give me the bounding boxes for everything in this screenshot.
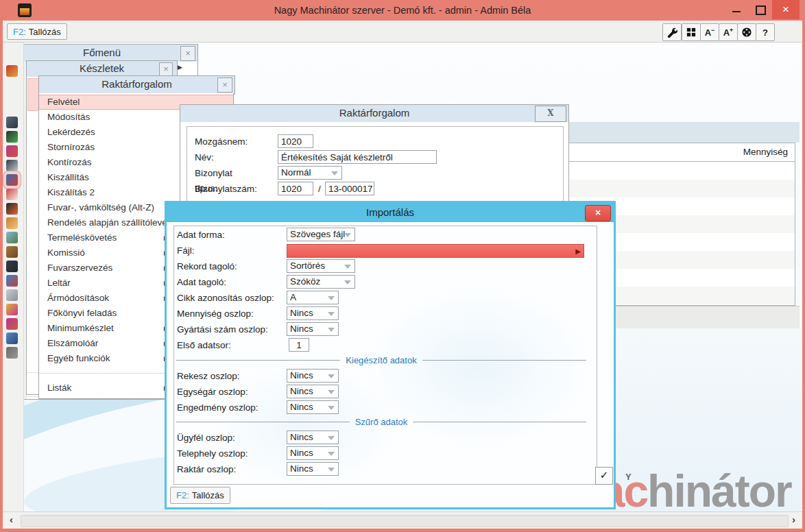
- dropdown-arrow-icon: [344, 233, 351, 237]
- paint-icon[interactable]: [6, 189, 18, 200]
- dropdown-value: Szóköz: [287, 276, 320, 287]
- tools-icon[interactable]: [6, 131, 18, 143]
- raktar-oszlop-dropdown[interactable]: Nincs: [287, 462, 339, 476]
- import-dialog-close-button[interactable]: ×: [585, 205, 611, 221]
- scroll-left-arrow[interactable]: ‹: [10, 512, 13, 529]
- telephely-oszlop-dropdown[interactable]: Nincs: [287, 446, 339, 460]
- mozgasnem-input[interactable]: 1020: [278, 134, 313, 148]
- font-decrease-button[interactable]: A−: [700, 23, 719, 41]
- flower-icon[interactable]: [6, 304, 18, 315]
- menu-item-label: Kiszálítás 2: [47, 187, 95, 197]
- window-titlebar[interactable]: Nagy Machinátor szerver - Demó kft. - ad…: [0, 0, 805, 21]
- field-label: Egységár oszlop:: [177, 385, 248, 400]
- scroll-right-arrow[interactable]: ›: [792, 512, 795, 529]
- ugyfel-oszlop-dropdown[interactable]: Nincs: [287, 431, 339, 444]
- import-browse-button[interactable]: F2: Tallózás: [170, 487, 230, 504]
- field-row-telephely-oszlop: Telephely oszlop: Nincs: [167, 446, 614, 461]
- settings-wrench-button[interactable]: [662, 23, 682, 41]
- device-icon[interactable]: [6, 203, 18, 215]
- bizonylat-tipus-dropdown[interactable]: Normál: [278, 166, 342, 180]
- field-row-fajl: Fájl: ▶: [167, 243, 614, 258]
- browse-label: Tallózás: [192, 490, 224, 500]
- dropdown-value: Sortörés: [287, 261, 325, 271]
- rekord-tagolo-dropdown[interactable]: Sortörés: [287, 259, 355, 273]
- help-button[interactable]: ?: [756, 23, 775, 41]
- monitor-icon[interactable]: [6, 160, 18, 171]
- package-icon[interactable]: [6, 246, 18, 258]
- fomenu-close-button[interactable]: ×: [180, 46, 195, 61]
- horizontal-scrollbar[interactable]: ‹ ›: [3, 511, 802, 529]
- dropdown-arrow-icon: [328, 436, 335, 440]
- main-toolbar: F2: Tallózás A− A+ ?: [3, 21, 802, 43]
- dropdown-arrow-icon: [328, 296, 335, 300]
- bizonylatszam-input-1[interactable]: 1020: [278, 182, 313, 195]
- dropdown-arrow-icon: [344, 265, 351, 269]
- field-row-adat-tagolo: Adat tagoló: Szóköz: [167, 275, 614, 290]
- raktarforgalom-menu-close-button[interactable]: ×: [217, 77, 232, 93]
- bizonylatszam-input-2[interactable]: 13-000017: [325, 182, 374, 195]
- layout-grid-button[interactable]: [682, 23, 701, 41]
- gyartasi-szam-dropdown[interactable]: Nincs: [287, 322, 339, 336]
- dropdown-arrow-icon: [344, 280, 351, 285]
- input-value: Értékesítés Saját készletről: [281, 152, 393, 162]
- egysegar-oszlop-dropdown[interactable]: Nincs: [287, 385, 339, 398]
- field-row-gyartasi-szam: Gyártási szám oszlop: Nincs: [167, 322, 614, 337]
- keszletek-title: Készletek: [80, 62, 124, 74]
- maximize-icon: [756, 5, 766, 15]
- printer-icon[interactable]: [6, 117, 18, 128]
- engedmeny-oszlop-dropdown[interactable]: Nincs: [287, 400, 339, 414]
- field-row-elso-adatsor: Első adatsor: 1: [167, 338, 614, 353]
- field-label: Engedmény oszlop:: [177, 400, 259, 415]
- raktarforgalom-menu-titlebar[interactable]: Raktárforgalom ×: [38, 75, 235, 95]
- raktar-dialog-titlebar[interactable]: Raktárforgalom: [180, 104, 569, 123]
- field-label: Rekord tagoló:: [177, 259, 237, 274]
- elso-adatsor-input[interactable]: 1: [289, 338, 309, 352]
- raktar-dialog-close-button[interactable]: X: [535, 106, 566, 122]
- import-dialog-titlebar[interactable]: Importálás: [167, 203, 614, 222]
- adat-tagolo-dropdown[interactable]: Szóköz: [287, 275, 355, 289]
- menu-item-label: Leltár: [47, 278, 71, 288]
- gift-icon[interactable]: [6, 318, 18, 330]
- maximize-button[interactable]: [749, 0, 771, 19]
- adat-forma-dropdown[interactable]: Szöveges fájl: [287, 228, 355, 241]
- import-dialog-title: Importálás: [366, 206, 414, 218]
- cikk-azonositas-dropdown[interactable]: A: [287, 291, 339, 304]
- field-label: Raktár oszlop:: [177, 462, 236, 477]
- dropdown-value: A: [287, 292, 296, 302]
- fruits-icon[interactable]: [6, 145, 18, 157]
- mennyiseg-oszlop-dropdown[interactable]: Nincs: [287, 306, 339, 320]
- confirm-check-button[interactable]: ✓: [595, 467, 613, 485]
- scrollbar-thumb[interactable]: [21, 515, 789, 527]
- field-label: Első adatsor:: [177, 338, 231, 353]
- cart-icon[interactable]: [6, 65, 18, 77]
- dropdown-arrow-icon: [328, 312, 335, 316]
- keszletek-close-button[interactable]: ×: [159, 62, 173, 76]
- navigate-compass-icon: [741, 27, 752, 38]
- minimize-button[interactable]: [725, 0, 747, 19]
- globe-icon[interactable]: [6, 174, 18, 186]
- navigate-button[interactable]: [737, 23, 756, 41]
- close-button[interactable]: ×: [772, 0, 800, 19]
- truck-icon[interactable]: [6, 261, 18, 272]
- home-icon[interactable]: [6, 275, 18, 287]
- bottle-icon[interactable]: [6, 217, 18, 229]
- browse-label: Tallózás: [29, 27, 61, 37]
- field-row-raktar-oszlop: Raktár oszlop: Nincs: [167, 462, 614, 477]
- menu-item-label: Kontírozás: [47, 157, 92, 167]
- fajl-input[interactable]: ▶: [287, 244, 584, 258]
- menu-item-label: Minimumkészlet: [47, 323, 114, 333]
- minimize-icon: [732, 11, 741, 12]
- browse-button[interactable]: F2: Tallózás: [7, 23, 67, 40]
- mail-icon[interactable]: [6, 289, 18, 301]
- field-row-rekord-tagolo: Rekord tagoló: Sortörés: [167, 259, 614, 274]
- font-increase-button[interactable]: A+: [719, 23, 738, 41]
- dropdown-arrow-icon: [328, 328, 335, 332]
- gear-icon[interactable]: [6, 347, 18, 359]
- column-header-mennyiseg[interactable]: Mennyiség: [743, 143, 788, 161]
- chart-icon[interactable]: [6, 332, 18, 344]
- nev-input[interactable]: Értékesítés Saját készletről: [278, 150, 437, 164]
- input-value: 1020: [281, 136, 302, 147]
- rekesz-oszlop-dropdown[interactable]: Nincs: [287, 369, 339, 383]
- field-row-egysegar-oszlop: Egységár oszlop: Nincs: [167, 385, 614, 400]
- docs-icon[interactable]: [6, 232, 18, 243]
